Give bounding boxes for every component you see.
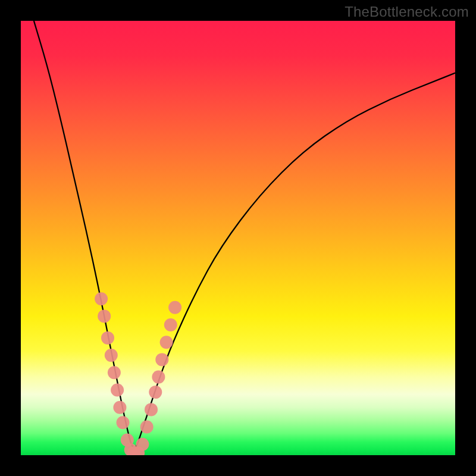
bottleneck-curve <box>34 21 455 447</box>
scatter-point <box>101 331 114 345</box>
scatter-point <box>152 371 165 384</box>
scatter-point <box>108 366 121 379</box>
plot-area <box>21 21 455 455</box>
scatter-point <box>168 301 181 314</box>
scatter-point <box>164 318 177 331</box>
chart-frame: TheBottleneck.com <box>0 0 476 476</box>
scatter-point <box>155 353 168 366</box>
scatter-point <box>145 403 158 416</box>
scatter-point <box>140 421 154 434</box>
scatter-point <box>105 349 118 362</box>
scatter-point <box>117 416 130 429</box>
scatter-point <box>113 401 126 414</box>
attribution-text: TheBottleneck.com <box>345 4 469 20</box>
scatter-point <box>149 386 162 399</box>
scatter-point <box>111 384 124 397</box>
curve-overlay <box>21 21 455 455</box>
scatter-point <box>95 292 108 305</box>
scatter-point <box>160 336 173 349</box>
scatter-point <box>98 309 111 322</box>
scatter-points <box>95 292 181 455</box>
scatter-point <box>136 438 149 451</box>
